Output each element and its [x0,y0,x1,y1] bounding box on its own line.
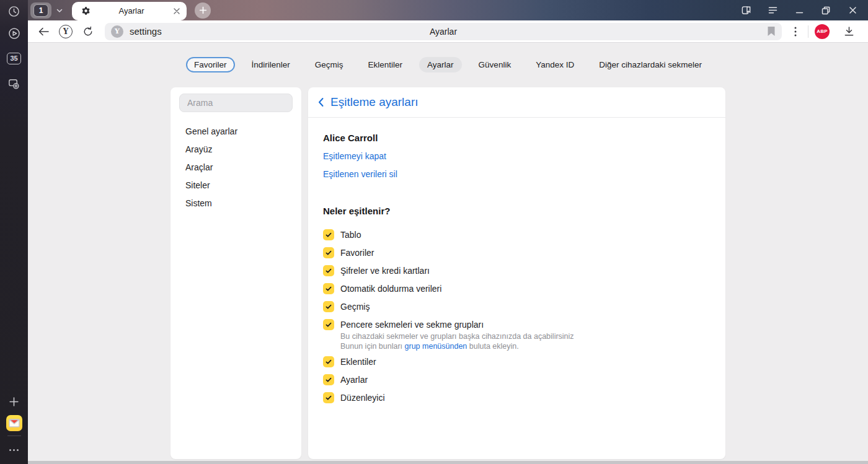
sync-item-otomatik-doldurma[interactable]: Otomatik doldurma verileri [323,283,441,294]
tab-title: Ayarlar [90,6,173,15]
sync-item-ayarlar[interactable]: Ayarlar [323,374,368,385]
tab-list-chevron-down-icon[interactable] [55,6,64,15]
window-titlebar: 1 Ayarlar [28,0,868,20]
tab-counter-value: 1 [33,4,48,17]
addressbar-separator [808,25,808,38]
address-bar: Y Y settings Ayarlar ABP [28,20,868,43]
check-label: Pencere sekmeleri ve sekme grupları [340,319,484,330]
screenshot-icon[interactable] [5,74,24,93]
tab-yandex-id[interactable]: Yandex ID [528,57,582,72]
omnibox-more-menu-icon[interactable] [789,23,802,40]
window-bottom-edge [28,461,868,464]
disable-sync-link[interactable]: Eşitlemeyi kapat [323,151,386,162]
check-label: Favoriler [340,247,374,258]
check-label: Otomatik doldurma verileri [340,283,441,294]
add-panel-icon[interactable] [5,392,24,411]
yandex-home-button[interactable]: Y [55,23,76,40]
hamburger-menu-icon[interactable] [767,5,778,16]
tab-guvenlik[interactable]: Güvenlik [471,57,520,72]
checkbox-checked-icon[interactable] [323,374,334,385]
sync-item-duzenleyici[interactable]: Düzenleyici [323,392,385,403]
checkbox-checked-icon[interactable] [323,319,334,330]
checkbox-checked-icon[interactable] [323,283,334,294]
sync-item-eklentiler[interactable]: Eklentiler [323,356,376,367]
gear-favicon-icon [81,6,90,15]
back-arrow-icon[interactable] [33,23,54,40]
omnibox-page-title: Ayarlar [105,27,782,37]
adblock-plus-extension-icon[interactable]: ABP [815,24,830,39]
settings-top-nav: Favoriler İndirilenler Geçmiş Eklentiler… [28,57,868,72]
settings-page-favicon: Y [111,25,123,38]
search-input[interactable] [179,94,293,112]
sync-item-tablo[interactable]: Tablo [323,229,361,240]
settings-nav-list: Genel ayarlar Arayüz Araçlar Siteler Sis… [170,123,301,212]
note-line2-suffix: buluta ekleyin. [467,342,518,351]
tab-eklentiler[interactable]: Eklentiler [360,57,411,72]
checkbox-checked-icon[interactable] [323,392,334,403]
tab-close-icon[interactable] [173,7,180,15]
check-label: Geçmiş [340,301,370,312]
checkbox-checked-icon[interactable] [323,301,334,312]
check-label: Eklentiler [340,356,376,367]
tab-groups-note: Bu cihazdaki sekmeler ve grupları başka … [340,331,711,351]
checkbox-checked-icon[interactable] [323,229,334,240]
settings-page: Favoriler İndirilenler Geçmiş Eklentiler… [28,43,868,461]
sidebar-item-sistem[interactable]: Sistem [170,195,301,212]
sync-item-favoriler[interactable]: Favoriler [323,247,374,258]
back-chevron-icon [317,97,324,107]
yandex-logo-icon: Y [59,25,73,38]
play-media-icon[interactable] [5,24,24,43]
rail-more-menu-icon[interactable] [5,440,24,459]
sidebar-item-araclar[interactable]: Araçlar [170,159,301,177]
new-tab-button[interactable] [195,2,211,19]
tab-indirilenler[interactable]: İndirilenler [244,57,298,72]
page-title: Eşitleme ayarları [330,95,418,109]
url-text: settings [130,26,162,37]
tab-favoriler[interactable]: Favoriler [186,57,235,72]
note-line2-prefix: Bunun için bunları [340,342,405,351]
check-label: Ayarlar [340,374,368,385]
tab-diger-cihazlar[interactable]: Diğer cihazlardaki sekmeler [591,57,710,72]
tab-gecmis[interactable]: Geçmiş [307,57,352,72]
yandex-mail-icon[interactable] [6,415,22,431]
sync-item-pencere-sekmeleri[interactable]: Pencere sekmeleri ve sekme grupları [323,319,484,330]
window-restore-icon[interactable] [820,5,831,16]
sidebar-item-siteler[interactable]: Siteler [170,177,301,195]
badge-35-label: 35 [7,53,21,64]
window-close-icon[interactable] [847,5,858,16]
bookmark-flag-icon[interactable] [767,26,776,37]
delete-synced-data-link[interactable]: Eşitlenen verileri sil [323,169,397,180]
checkbox-checked-icon[interactable] [323,265,334,276]
group-menu-link[interactable]: grup menüsünden [405,342,467,351]
sync-item-sifreler[interactable]: Şifreler ve kredi kartları [323,265,430,276]
url-omnibox[interactable]: Y settings Ayarlar [105,23,782,40]
sync-settings-panel: Eşitleme ayarları Alice Carroll Eşitleme… [308,87,725,459]
check-label: Tablo [340,229,361,240]
sync-settings-back-header[interactable]: Eşitleme ayarları [308,87,725,118]
counter-badge[interactable]: 35 [5,49,24,68]
tab-ayarlar[interactable]: Ayarlar [419,57,462,72]
history-clock-icon[interactable] [5,2,24,20]
rail-divider [7,436,21,436]
sidebar-item-genel-ayarlar[interactable]: Genel ayarlar [170,123,301,141]
checkbox-checked-icon[interactable] [323,247,334,258]
note-line1: Bu cihazdaki sekmeler ve grupları başka … [340,332,574,341]
window-minimize-icon[interactable] [794,5,805,16]
tab-counter-button[interactable]: 1 [30,2,51,19]
settings-nav-panel: Genel ayarlar Arayüz Araçlar Siteler Sis… [170,87,301,459]
checkbox-checked-icon[interactable] [323,356,334,367]
active-browser-tab[interactable]: Ayarlar [72,2,187,20]
side-panel-icon[interactable] [740,5,751,16]
account-name: Alice Carroll [323,133,711,144]
downloads-icon[interactable] [838,23,859,40]
sidebar-item-arayuz[interactable]: Arayüz [170,141,301,159]
refresh-icon[interactable] [78,23,99,40]
check-label: Düzenleyici [340,392,385,403]
sync-item-gecmis[interactable]: Geçmiş [323,301,370,312]
check-label: Şifreler ve kredi kartları [340,265,430,276]
section-title: Neler eşitlenir? [323,206,711,217]
browser-side-rail: 35 [0,0,28,464]
